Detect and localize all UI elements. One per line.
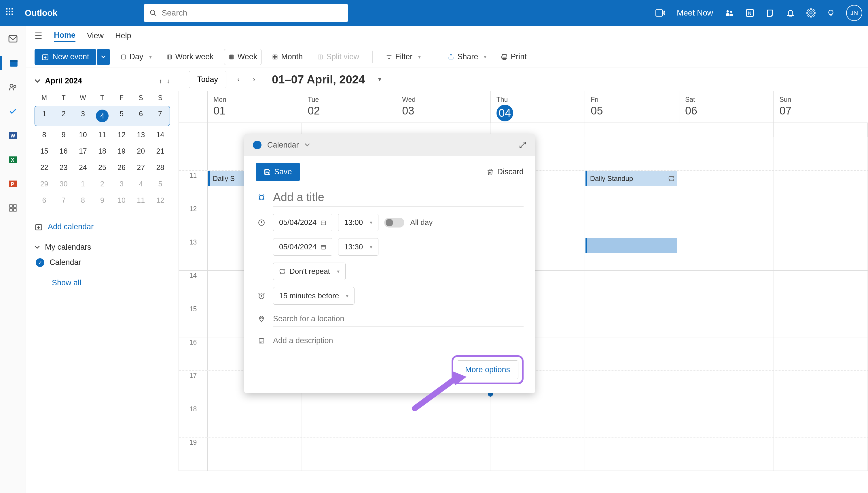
video-icon[interactable] [655, 9, 665, 17]
mini-calendar[interactable]: MTWTFSS123456789101112131415161718192021… [35, 91, 170, 208]
time-cell[interactable] [208, 404, 302, 437]
mini-cal-day[interactable]: 2 [54, 106, 73, 126]
mini-cal-day[interactable]: 22 [35, 160, 54, 175]
end-time-field[interactable]: 13:30 ▾ [338, 238, 379, 256]
mini-cal-day[interactable]: 3 [73, 106, 93, 126]
time-cell[interactable] [773, 437, 868, 471]
tab-help[interactable]: Help [115, 30, 131, 41]
lightbulb-icon[interactable] [827, 8, 834, 18]
day-header[interactable]: Tue02 [302, 91, 397, 123]
time-cell[interactable] [679, 337, 773, 370]
tab-home[interactable]: Home [54, 29, 76, 42]
my-calendars-toggle[interactable]: My calendars [35, 243, 170, 252]
account-avatar[interactable]: JN [846, 5, 862, 21]
show-all-button[interactable]: Show all [35, 278, 170, 287]
add-calendar-button[interactable]: Add calendar [35, 219, 170, 234]
mini-cal-day[interactable]: 13 [131, 127, 150, 142]
formatting-icon[interactable] [256, 194, 267, 201]
time-cell[interactable] [773, 404, 868, 437]
time-cell[interactable] [585, 304, 679, 337]
chevron-down-icon[interactable] [35, 79, 40, 83]
search-box[interactable] [144, 4, 348, 22]
time-cell[interactable] [679, 171, 773, 203]
mini-cal-day[interactable]: 27 [131, 160, 150, 175]
mini-cal-day[interactable]: 30 [54, 176, 73, 192]
mini-cal-day[interactable]: 20 [131, 144, 150, 159]
time-cell[interactable] [773, 304, 868, 337]
time-cell[interactable] [679, 271, 773, 304]
expand-icon[interactable] [519, 141, 526, 149]
time-cell[interactable] [773, 371, 868, 404]
mini-cal-day[interactable]: 26 [112, 160, 131, 175]
time-cell[interactable] [208, 437, 302, 471]
mini-cal-day[interactable]: 28 [150, 160, 170, 175]
new-event-button[interactable]: New event [35, 49, 96, 65]
time-cell[interactable] [773, 337, 868, 370]
mini-cal-day[interactable]: 3 [112, 176, 131, 192]
people-rail-icon[interactable] [0, 80, 26, 94]
excel-rail-icon[interactable]: X [0, 152, 26, 167]
prev-week-button[interactable]: ‹ [235, 76, 242, 83]
app-launcher-icon[interactable] [6, 8, 16, 18]
time-cell[interactable] [679, 404, 773, 437]
time-cell[interactable] [773, 171, 868, 203]
mini-cal-day[interactable]: 21 [150, 144, 170, 159]
mini-cal-day[interactable]: 29 [35, 176, 54, 192]
day-header[interactable]: Mon01 [208, 91, 302, 123]
mini-cal-day[interactable]: 24 [73, 160, 93, 175]
time-cell[interactable] [490, 404, 585, 437]
tab-view[interactable]: View [87, 30, 104, 41]
time-cell[interactable] [679, 237, 773, 271]
chevron-down-icon[interactable]: ▾ [378, 76, 381, 83]
time-cell[interactable] [396, 437, 490, 471]
bell-icon[interactable] [786, 8, 795, 17]
apps-rail-icon[interactable] [0, 201, 26, 215]
time-cell[interactable] [773, 271, 868, 304]
mail-rail-icon[interactable] [0, 31, 26, 46]
mini-cal-day[interactable]: 25 [93, 160, 112, 175]
mini-cal-day[interactable]: 1 [73, 176, 93, 192]
mini-cal-day[interactable]: 5 [150, 176, 170, 192]
mini-cal-day[interactable]: 7 [150, 106, 170, 126]
start-time-field[interactable]: 13:00 ▾ [338, 214, 379, 231]
mini-cal-day[interactable]: 6 [35, 193, 54, 208]
mini-cal-day[interactable]: 1 [35, 106, 54, 126]
hamburger-menu-icon[interactable]: ☰ [35, 31, 42, 41]
mini-cal-day[interactable]: 23 [54, 160, 73, 175]
time-cell[interactable] [302, 404, 396, 437]
save-button[interactable]: Save [256, 163, 300, 181]
mini-cal-day[interactable]: 16 [54, 144, 73, 159]
month-view-button[interactable]: Month [268, 49, 307, 65]
time-cell[interactable] [679, 137, 773, 170]
calendar-rail-icon[interactable] [0, 56, 26, 70]
time-cell[interactable] [490, 437, 585, 471]
calendar-list-item[interactable]: ✓ Calendar [35, 258, 170, 267]
next-month-button[interactable]: ↓ [167, 78, 170, 85]
calendar-event[interactable]: Daily Standup [585, 171, 677, 186]
mini-cal-day[interactable]: 17 [73, 144, 93, 159]
description-input[interactable] [273, 334, 524, 348]
mini-cal-day[interactable]: 12 [150, 193, 170, 208]
time-cell[interactable] [302, 437, 396, 471]
time-cell[interactable] [773, 204, 868, 237]
notes-icon[interactable] [766, 8, 775, 17]
share-button[interactable]: Share ▾ [444, 49, 490, 65]
word-rail-icon[interactable]: W [0, 128, 26, 143]
chevron-down-icon[interactable] [305, 143, 310, 147]
repeat-field[interactable]: Don't repeat ▾ [273, 263, 346, 280]
mini-cal-day[interactable]: 2 [93, 176, 112, 192]
todo-rail-icon[interactable] [0, 104, 26, 119]
mini-cal-day[interactable]: 19 [112, 144, 131, 159]
mini-cal-day[interactable]: 18 [93, 144, 112, 159]
teams-icon[interactable] [725, 8, 734, 18]
mini-cal-day[interactable]: 9 [93, 193, 112, 208]
all-day-toggle[interactable] [384, 218, 404, 228]
mini-cal-day[interactable]: 4 [93, 106, 112, 126]
meet-now-button[interactable]: Meet Now [677, 8, 713, 18]
day-view-button[interactable]: Day ▾ [116, 49, 156, 65]
mini-cal-day[interactable]: 11 [93, 127, 112, 142]
time-cell[interactable] [585, 337, 679, 370]
mini-cal-day[interactable]: 12 [112, 127, 131, 142]
flyout-calendar-label[interactable]: Calendar [267, 141, 299, 150]
time-cell[interactable] [773, 137, 868, 170]
